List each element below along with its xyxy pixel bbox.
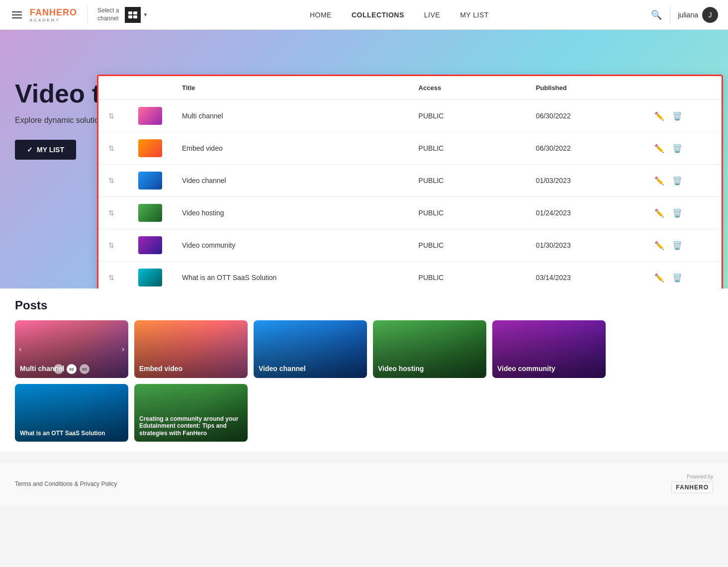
access-cell: PUBLIC [409,229,526,262]
published-cell: 01/30/2023 [526,229,643,262]
sort-icon[interactable]: ⇅ [108,241,114,249]
sort-cell: ⇅ [98,132,128,165]
svg-rect-3 [133,15,137,18]
actions-cell: ✏️ 🗑️ [643,100,722,132]
delete-button[interactable]: 🗑️ [671,175,683,187]
actions-cell: ✏️ 🗑️ [643,229,722,262]
header-divider-2 [670,6,670,24]
title-cell: Embed video [172,132,409,165]
thumb-cell [128,197,172,229]
posts-section-title: Posts [15,298,713,312]
posts-grid-row2: What is an OTT SaaS Solution Creating a … [15,384,713,442]
footer-brand: Powered by FANHERO [671,474,713,493]
access-cell: PUBLIC [409,262,526,289]
header-divider [87,6,88,24]
edit-button[interactable]: ✏️ [653,272,665,284]
hamburger-button[interactable] [10,9,24,20]
main-nav: HOME COLLECTIONS LIVE MY LIST [310,11,489,19]
sort-icon[interactable]: ⇅ [108,274,114,282]
delete-button[interactable]: 🗑️ [671,240,683,251]
nav-collections[interactable]: COLLECTIONS [352,11,404,19]
delete-button[interactable]: 🗑️ [671,110,683,122]
my-list-button[interactable]: ✓ MY LIST [15,140,76,160]
post-card[interactable]: Video hosting [373,320,486,378]
title-cell: Video community [172,229,409,262]
thumbnail [138,269,162,286]
thumb-cell [128,132,172,165]
user-area[interactable]: juliana J [678,7,718,23]
nav-live[interactable]: LIVE [424,11,440,19]
actions-cell: ✏️ 🗑️ [643,197,722,229]
footer-logo: FANHERO [671,481,713,493]
edit-button[interactable]: ✏️ [653,207,665,219]
channel-selector[interactable]: ▼ [125,7,148,23]
delete-button[interactable]: 🗑️ [671,143,683,154]
edit-button[interactable]: ✏️ [653,240,665,251]
post-card-bottom[interactable]: What is an OTT SaaS Solution [15,384,128,442]
published-cell: 06/30/2022 [526,100,643,132]
post-card-label: Video community [497,365,555,373]
logo: FANHERO ACADEMY [30,7,77,22]
th-actions [643,76,722,100]
post-card-label: Video hosting [378,365,424,373]
table-row: ⇅ Embed video PUBLIC 06/30/2022 ✏️ 🗑️ [98,132,722,165]
sort-icon[interactable]: ⇅ [108,144,114,152]
published-cell: 01/03/2023 [526,165,643,197]
footer-links[interactable]: Terms and Conditions & Privacy Policy [15,480,117,487]
sort-cell: ⇅ [98,165,128,197]
delete-button[interactable]: 🗑️ [671,272,683,284]
access-cell: PUBLIC [409,197,526,229]
search-icon[interactable]: 🔍 [651,9,662,20]
logo-bottom: ACADEMY [30,18,60,22]
thumbnail [138,236,162,254]
sort-icon[interactable]: ⇅ [108,209,114,217]
hero-title: Video t [15,80,103,108]
post-card[interactable]: Video channel [254,320,367,378]
post-card[interactable]: Embed video [134,320,248,378]
delete-button[interactable]: 🗑️ [671,207,683,219]
title-cell: Multi channel [172,100,409,132]
sort-icon[interactable]: ⇅ [108,112,114,120]
nav-mylist[interactable]: MY LIST [460,11,489,19]
dot-2[interactable]: 02 [67,364,77,374]
post-card-label: Embed video [139,365,182,373]
posts-grid-row1: ‹ › Multi channel 01 02 03 Embed videoVi… [15,320,713,378]
table-row: ⇅ Multi channel PUBLIC 06/30/2022 ✏️ 🗑️ [98,100,722,132]
hero-content: Video t Explore dynamic solution ✓ MY LI… [15,80,103,160]
powered-by-label: Powered by [687,474,713,479]
th-sort [98,76,128,100]
post-card-label: Video channel [259,365,306,373]
thumbnail [138,139,162,157]
nav-home[interactable]: HOME [310,11,332,19]
hero-section: Video t Explore dynamic solution ✓ MY LI… [0,30,728,288]
post-card-bottom[interactable]: Creating a community around your Edutain… [134,384,248,442]
dot-3[interactable]: 03 [80,364,90,374]
actions-cell: ✏️ 🗑️ [643,165,722,197]
sort-cell: ⇅ [98,100,128,132]
sort-cell: ⇅ [98,262,128,289]
th-title: Title [172,76,409,100]
footer-logo-text: FANHERO [676,484,709,491]
select-channel-label: Select achannel [97,7,119,22]
title-cell: Video hosting [172,197,409,229]
thumb-cell [128,100,172,132]
edit-button[interactable]: ✏️ [653,110,665,122]
access-cell: PUBLIC [409,132,526,165]
edit-button[interactable]: ✏️ [653,143,665,154]
thumb-cell [128,262,172,289]
th-published: Published [526,76,643,100]
edit-button[interactable]: ✏️ [653,175,665,187]
post-card[interactable]: ‹ › Multi channel 01 02 03 [15,320,128,378]
prev-arrow[interactable]: ‹ [19,345,21,354]
sort-icon[interactable]: ⇅ [108,177,114,185]
next-arrow[interactable]: › [122,345,124,354]
hero-subtitle: Explore dynamic solution [15,116,103,125]
access-cell: PUBLIC [409,100,526,132]
collections-table: Title Access Published ⇅ Multi channel P… [98,76,722,288]
user-avatar: J [702,7,718,23]
actions-cell: ✏️ 🗑️ [643,262,722,289]
thumbnail [138,172,162,189]
post-card[interactable]: Video community [492,320,606,378]
title-cell: Video channel [172,165,409,197]
posts-section: Posts ‹ › Multi channel 01 02 03 Embed v… [0,288,728,452]
